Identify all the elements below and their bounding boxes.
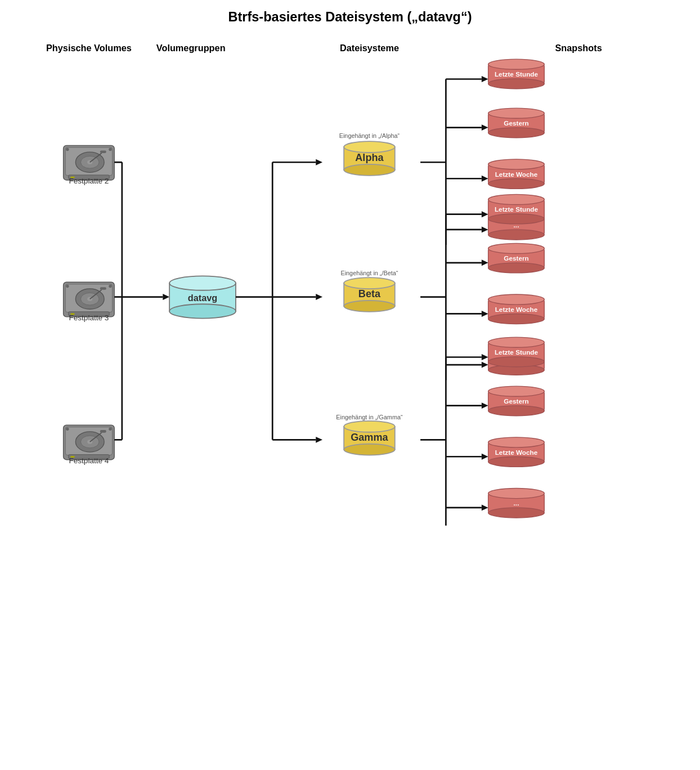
svg-rect-97 (488, 299, 545, 319)
svg-point-99 (488, 294, 545, 305)
svg-line-16 (90, 290, 102, 299)
svg-rect-75 (488, 164, 545, 183)
svg-rect-10 (70, 177, 74, 178)
fs-alpha: Eingehängt in „/Alpha“ Alpha (339, 132, 400, 176)
svg-line-5 (90, 153, 102, 162)
svg-rect-94 (488, 248, 545, 267)
svg-rect-72 (488, 113, 545, 132)
svg-marker-110 (482, 454, 488, 460)
svg-rect-32 (70, 456, 74, 458)
snap-alpha-4-label: ... (514, 221, 519, 229)
snap-gamma-4-label: ... (514, 499, 519, 507)
svg-point-114 (488, 357, 545, 367)
svg-point-76 (488, 178, 545, 189)
svg-line-27 (90, 433, 102, 442)
svg-rect-39 (169, 283, 236, 311)
snap-alpha-3: Letzte Woche (488, 159, 545, 189)
vg-label: datavg (188, 293, 218, 303)
snap-alpha-1: Letzte Stunde (488, 59, 545, 89)
snap-beta-4: ... (488, 346, 545, 375)
svg-marker-90 (482, 362, 488, 368)
hdd2-label: Festplatte 2 (69, 177, 109, 185)
fs-alpha-mount: Eingehängt in „/Alpha“ (339, 132, 400, 139)
svg-point-95 (488, 263, 545, 273)
svg-point-98 (488, 314, 545, 324)
fs-gamma-label: Gamma (351, 432, 388, 443)
hdd4-label: Festplatte 4 (69, 456, 109, 465)
svg-point-117 (488, 406, 545, 416)
svg-rect-100 (488, 351, 545, 370)
svg-point-80 (488, 210, 545, 220)
svg-rect-0 (64, 145, 115, 180)
snap-gamma-3-label: Letzte Woche (495, 449, 538, 456)
svg-point-96 (488, 243, 545, 253)
svg-rect-20 (69, 312, 110, 316)
svg-rect-9 (69, 175, 110, 179)
svg-marker-47 (316, 294, 322, 300)
fs-gamma-mount: Eingehängt in „/Gamma“ (336, 414, 403, 420)
svg-point-26 (87, 440, 92, 444)
svg-point-79 (488, 230, 545, 240)
snap-beta-2-label: Gestern (504, 254, 528, 262)
svg-marker-62 (482, 76, 488, 82)
hdd3-label: Festplatte 3 (69, 314, 109, 322)
col-header-physical: Physische Volumes (46, 43, 132, 53)
svg-point-54 (344, 301, 395, 312)
snap-alpha-1-label: Letzte Stunde (495, 70, 539, 78)
svg-rect-11 (64, 282, 115, 317)
svg-marker-45 (316, 159, 322, 165)
fs-beta-mount: Eingehängt in „/Beta“ (340, 270, 398, 276)
svg-rect-12 (65, 284, 112, 312)
fs-beta: Eingehängt in „/Beta“ Beta (340, 270, 398, 311)
svg-point-92 (488, 214, 545, 224)
svg-point-25 (80, 436, 99, 448)
svg-rect-53 (344, 283, 395, 306)
svg-point-30 (109, 428, 111, 431)
diagram: Btrfs-basiertes Dateisystem („datavg“) P… (0, 0, 700, 698)
snap-beta-3: Letzte Woche (488, 294, 545, 324)
svg-rect-22 (64, 425, 115, 460)
svg-point-4 (87, 160, 92, 164)
svg-marker-112 (482, 504, 488, 511)
snap-gamma-3: Letzte Woche (488, 437, 545, 467)
svg-marker-106 (482, 354, 488, 360)
svg-point-41 (169, 276, 236, 290)
svg-rect-69 (488, 64, 545, 83)
snap-alpha-3-label: Letzte Woche (495, 171, 538, 178)
col-header-vg: Volumegruppen (156, 43, 226, 53)
svg-point-24 (75, 432, 104, 452)
fs-alpha-label: Alpha (355, 152, 384, 163)
svg-point-102 (488, 346, 545, 356)
svg-point-93 (488, 194, 545, 204)
snap-gamma-2: Gestern (488, 386, 545, 416)
svg-point-57 (344, 444, 395, 455)
svg-point-3 (80, 156, 99, 168)
svg-point-123 (488, 508, 545, 518)
svg-point-121 (488, 437, 545, 447)
snap-alpha-2-label: Gestern (504, 119, 528, 127)
svg-marker-68 (482, 226, 488, 232)
svg-rect-56 (344, 427, 395, 450)
page-title: Btrfs-basiertes Dateisystem („datavg“) (228, 10, 472, 24)
svg-rect-6 (100, 150, 106, 153)
snap-gamma-1-label: Letzte Stunde (495, 348, 539, 356)
svg-rect-23 (65, 427, 112, 455)
svg-marker-108 (482, 402, 488, 409)
snap-gamma-1: Letzte Stunde (488, 337, 545, 367)
svg-rect-1 (65, 147, 112, 176)
snap-beta-4-label: ... (514, 356, 519, 364)
snap-beta-1-label: Letzte Stunde (495, 205, 539, 213)
svg-point-40 (169, 304, 236, 318)
svg-point-118 (488, 386, 545, 396)
svg-rect-116 (488, 391, 545, 410)
svg-marker-86 (482, 259, 488, 266)
svg-rect-21 (70, 314, 74, 315)
svg-point-52 (344, 141, 395, 153)
svg-rect-119 (488, 442, 545, 462)
snap-alpha-4: ... (488, 210, 545, 240)
vg-cylinder: datavg (169, 276, 236, 318)
svg-marker-88 (482, 311, 488, 317)
svg-point-19 (109, 285, 111, 288)
svg-marker-84 (482, 211, 488, 217)
svg-point-73 (488, 128, 545, 138)
